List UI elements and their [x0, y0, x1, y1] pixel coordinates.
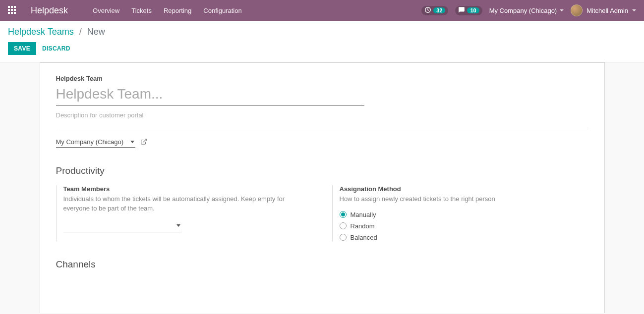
team-members-col: Team Members Individuals to whom the tic…: [56, 185, 312, 241]
company-name: My Company (Chicago): [489, 7, 557, 14]
radio-balanced[interactable]: Balanced: [340, 234, 588, 241]
team-members-input[interactable]: [63, 220, 181, 232]
chevron-down-icon: [632, 9, 636, 11]
team-name-input[interactable]: [56, 84, 365, 105]
productivity-columns: Team Members Individuals to whom the tic…: [56, 185, 588, 241]
team-members-label: Team Members: [63, 185, 312, 193]
chat-badge[interactable]: 10: [455, 6, 482, 15]
apps-icon[interactable]: [8, 6, 17, 15]
form-sheet: Helpdesk Team My Company (Chicago) Produ…: [40, 62, 605, 313]
radio-label: Balanced: [351, 234, 377, 241]
user-name: Mitchell Admin: [586, 7, 628, 14]
discard-button[interactable]: DISCARD: [42, 45, 70, 52]
save-button[interactable]: SAVE: [8, 42, 36, 55]
company-switcher[interactable]: My Company (Chicago): [489, 7, 564, 14]
chat-count: 10: [467, 7, 479, 13]
control-panel: Helpdesk Teams / New SAVE DISCARD: [0, 21, 644, 62]
description-input[interactable]: [56, 108, 588, 121]
radio-icon: [340, 222, 347, 229]
breadcrumb-current: New: [87, 27, 105, 37]
team-members-field: [63, 220, 181, 232]
app-brand[interactable]: Helpdesk: [31, 5, 68, 16]
team-members-help: Individuals to whom the tickets will be …: [63, 195, 312, 213]
avatar: [571, 4, 583, 16]
timer-count: 32: [433, 7, 445, 13]
user-menu[interactable]: Mitchell Admin: [571, 4, 636, 16]
divider: [56, 130, 588, 130]
radio-icon: [340, 211, 347, 218]
assignation-radio-group: Manually Random Balanced: [340, 211, 588, 241]
title-label: Helpdesk Team: [56, 75, 588, 82]
breadcrumb: Helpdesk Teams / New: [8, 27, 636, 37]
section-channels: Channels: [56, 259, 588, 270]
action-bar: SAVE DISCARD: [8, 42, 636, 55]
radio-manually[interactable]: Manually: [340, 211, 588, 218]
nav-menu: Overview Tickets Reporting Configuration: [88, 4, 247, 17]
breadcrumb-root[interactable]: Helpdesk Teams: [8, 27, 74, 37]
chevron-down-icon: [560, 9, 564, 11]
company-select-value: My Company (Chicago): [56, 138, 124, 146]
nav-reporting[interactable]: Reporting: [159, 4, 196, 17]
timer-badge[interactable]: 32: [421, 6, 448, 15]
radio-icon: [340, 234, 347, 241]
svg-line-1: [143, 139, 146, 142]
assignation-help: How to assign newly created tickets to t…: [340, 195, 588, 204]
external-link-icon[interactable]: [140, 138, 147, 147]
nav-overview[interactable]: Overview: [88, 4, 124, 17]
chat-icon: [458, 6, 465, 15]
content-scroll[interactable]: Helpdesk Team My Company (Chicago) Produ…: [0, 62, 644, 313]
breadcrumb-sep: /: [79, 27, 82, 37]
section-productivity: Productivity: [56, 165, 588, 176]
nav-right: 32 10 My Company (Chicago) Mitchell Admi…: [421, 4, 636, 16]
radio-label: Manually: [351, 211, 376, 218]
nav-tickets[interactable]: Tickets: [126, 4, 157, 17]
company-select[interactable]: My Company (Chicago): [56, 137, 135, 148]
radio-random[interactable]: Random: [340, 222, 588, 230]
assignation-label: Assignation Method: [340, 185, 588, 193]
chevron-down-icon: [130, 141, 134, 143]
radio-label: Random: [351, 222, 375, 230]
company-row: My Company (Chicago): [56, 137, 588, 148]
assignation-col: Assignation Method How to assign newly c…: [332, 185, 588, 241]
top-navbar: Helpdesk Overview Tickets Reporting Conf…: [0, 0, 644, 21]
clock-icon: [424, 6, 431, 15]
nav-configuration[interactable]: Configuration: [198, 4, 246, 17]
